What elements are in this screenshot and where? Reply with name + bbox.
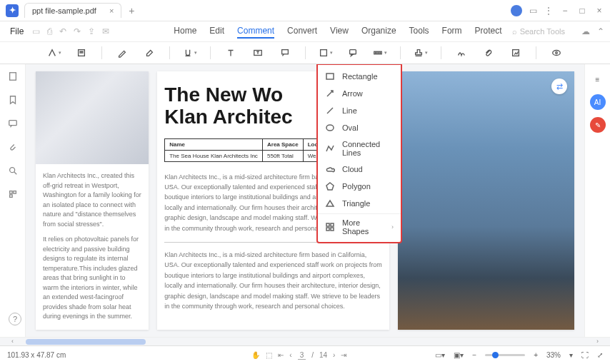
fullscreen-icon[interactable]: ⤢ xyxy=(597,351,603,359)
tab-protect[interactable]: Protect xyxy=(475,24,502,39)
hide-comments-tool[interactable] xyxy=(549,46,564,60)
textbox-tool[interactable] xyxy=(251,46,265,60)
minimize-button[interactable]: − xyxy=(560,6,570,16)
stamp-tool[interactable] xyxy=(414,46,428,60)
print-icon[interactable]: ⎙ xyxy=(47,26,52,36)
shapes-tool[interactable] xyxy=(319,46,333,60)
search-icon: ⌕ xyxy=(512,27,517,36)
polygon-icon xyxy=(325,181,335,191)
comment-toolbar xyxy=(0,41,610,64)
page-image xyxy=(36,71,149,164)
view-mode-icon[interactable]: ▭▾ xyxy=(435,351,445,359)
zoom-slider[interactable] xyxy=(485,354,525,356)
edit-pdf-icon[interactable]: ✎ xyxy=(590,117,606,133)
tab-form[interactable]: Form xyxy=(442,24,462,39)
scroll-right-icon[interactable]: › xyxy=(596,338,599,345)
search-tools[interactable]: ⌕ Search Tools xyxy=(512,27,565,36)
kebab-icon[interactable]: ⋮ xyxy=(544,6,553,16)
cloud-icon[interactable]: ☁ xyxy=(581,26,590,36)
attachment-tool[interactable] xyxy=(481,46,496,60)
select-tool-icon[interactable]: ⬚ xyxy=(266,351,272,359)
first-page-icon[interactable]: ⇤ xyxy=(278,351,284,359)
maximize-button[interactable]: □ xyxy=(577,6,587,16)
bookmarks-icon[interactable] xyxy=(8,95,18,107)
right-sidebar: ≡ AI ✎ xyxy=(584,64,610,337)
svg-rect-12 xyxy=(9,191,12,194)
text-tool[interactable] xyxy=(224,46,238,60)
svg-rect-3 xyxy=(320,50,326,56)
document-tab[interactable]: ppt file-sample.pdf × xyxy=(24,3,121,18)
collapse-ribbon-icon[interactable]: ⌃ xyxy=(597,26,604,36)
shape-line[interactable]: Line xyxy=(318,102,401,119)
arrow-icon xyxy=(325,89,335,98)
svg-point-11 xyxy=(9,168,14,173)
current-page[interactable]: 3 xyxy=(298,351,306,360)
tab-tools[interactable]: Tools xyxy=(409,24,429,39)
file-menu[interactable]: File xyxy=(6,25,28,38)
last-page-icon[interactable]: ⇥ xyxy=(341,351,346,359)
note-tool[interactable] xyxy=(74,46,89,60)
hand-tool-icon[interactable]: ✋ xyxy=(251,351,260,359)
scroll-thumb[interactable] xyxy=(26,339,146,345)
tab-convert[interactable]: Convert xyxy=(287,24,317,39)
scroll-left-icon[interactable]: ‹ xyxy=(11,338,14,345)
shape-connected-lines[interactable]: Connected Lines xyxy=(318,136,401,161)
save-icon[interactable]: ▭ xyxy=(32,26,40,36)
zoom-value[interactable]: 33% xyxy=(546,351,561,359)
mail-icon[interactable]: ✉ xyxy=(102,26,109,36)
callout-tool[interactable] xyxy=(278,46,292,60)
shape-arrow[interactable]: Arrow xyxy=(318,85,401,102)
close-tab-icon[interactable]: × xyxy=(109,6,114,15)
shape-triangle[interactable]: Triangle xyxy=(318,195,401,212)
app-menu-icon[interactable]: ▭ xyxy=(529,6,537,16)
shape-rectangle[interactable]: Rectangle xyxy=(318,68,401,85)
svg-rect-17 xyxy=(326,223,329,226)
tab-organize[interactable]: Organize xyxy=(361,24,396,39)
fields-panel-icon[interactable] xyxy=(8,189,18,201)
signature-tool[interactable] xyxy=(454,46,469,60)
shape-oval[interactable]: Oval xyxy=(318,119,401,136)
new-tab-button[interactable]: + xyxy=(129,5,134,16)
share-badge-icon[interactable]: ⇄ xyxy=(551,79,567,94)
underline-tool[interactable] xyxy=(183,46,197,60)
user-avatar[interactable] xyxy=(511,5,522,16)
help-button[interactable]: ? xyxy=(9,313,21,325)
shape-more[interactable]: More Shapes› xyxy=(318,213,401,239)
zoom-dropdown-icon[interactable]: ▾ xyxy=(569,351,573,359)
horizontal-scrollbar[interactable]: ‹ › xyxy=(0,337,610,345)
compare-tool[interactable] xyxy=(509,46,523,60)
read-mode-icon[interactable]: ▣▾ xyxy=(454,351,464,359)
eraser-tool[interactable] xyxy=(142,46,156,60)
measure-tool[interactable] xyxy=(373,46,387,60)
comments-panel-icon[interactable] xyxy=(8,118,18,131)
ai-assistant-icon[interactable]: AI xyxy=(590,94,606,110)
redo-icon[interactable]: ↷ xyxy=(74,26,81,36)
shape-polygon[interactable]: Polygon xyxy=(318,178,401,195)
speech-tool[interactable] xyxy=(346,46,360,60)
undo-icon[interactable]: ↶ xyxy=(59,26,66,36)
thumbnails-icon[interactable] xyxy=(8,71,18,84)
prev-page-icon[interactable]: ‹ xyxy=(289,351,291,359)
highlight-tool[interactable] xyxy=(47,46,61,60)
tab-edit[interactable]: Edit xyxy=(209,24,224,39)
settings-icon[interactable]: ≡ xyxy=(590,71,606,87)
tab-view[interactable]: View xyxy=(330,24,349,39)
close-window-button[interactable]: × xyxy=(594,6,604,16)
attachments-panel-icon[interactable] xyxy=(8,142,18,154)
document-canvas[interactable]: Klan Architects Inc., created this off-g… xyxy=(26,64,584,337)
fit-page-icon[interactable]: ⛶ xyxy=(581,351,589,359)
zoom-out-icon[interactable]: − xyxy=(472,351,476,359)
shape-cloud[interactable]: Cloud xyxy=(318,161,401,178)
share-icon[interactable]: ⇪ xyxy=(88,26,95,36)
app-icon: ✦ xyxy=(6,4,19,17)
svg-rect-4 xyxy=(349,50,356,54)
next-page-icon[interactable]: › xyxy=(333,351,335,359)
tab-comment[interactable]: Comment xyxy=(237,24,274,39)
svg-rect-18 xyxy=(331,223,334,226)
zoom-in-icon[interactable]: + xyxy=(534,351,538,359)
pencil-tool[interactable] xyxy=(115,46,129,60)
page-right: ⇄ xyxy=(398,71,574,330)
tab-home[interactable]: Home xyxy=(174,24,196,39)
svg-rect-15 xyxy=(326,74,334,79)
search-panel-icon[interactable] xyxy=(8,166,18,178)
